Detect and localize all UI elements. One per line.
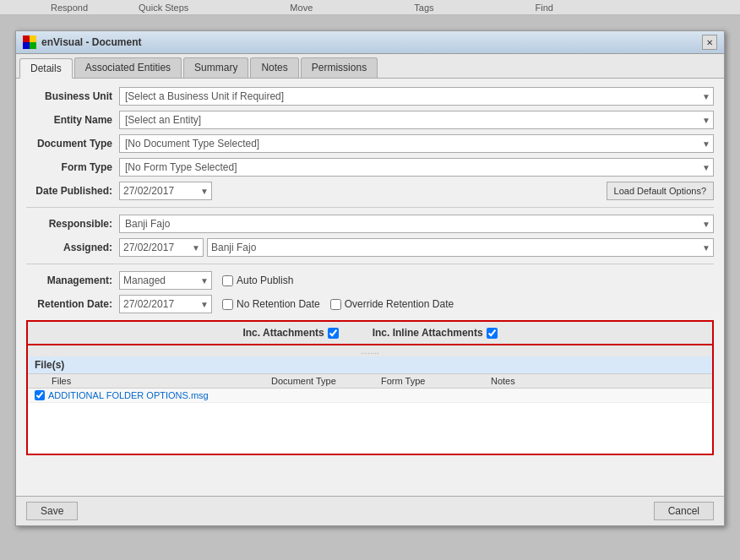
files-section: File(s) Files Document Type Form Type No… <box>26 356 714 455</box>
tab-notes[interactable]: Notes <box>250 57 298 78</box>
tab-bar: Details Associated Entities Summary Note… <box>16 54 724 79</box>
management-select[interactable]: Managed <box>119 271 212 290</box>
tab-permissions[interactable]: Permissions <box>301 57 378 78</box>
business-unit-row: Business Unit [Select a Business Unit if… <box>26 87 714 106</box>
assigned-person-select[interactable]: Banji Fajo <box>207 238 714 257</box>
auto-publish-checkbox[interactable] <box>222 275 233 286</box>
business-unit-dropdown[interactable]: [Select a Business Unit if Required] <box>119 87 714 106</box>
tab-summary[interactable]: Summary <box>183 57 248 78</box>
table-row: ADDITIONAL FOLDER OPTIONS.msg <box>28 389 712 403</box>
files-label: File(s) <box>35 359 64 371</box>
toolbar-move: Move <box>290 3 313 13</box>
save-button[interactable]: Save <box>26 502 78 520</box>
override-retention-checkbox[interactable] <box>330 299 341 310</box>
app-icon <box>23 35 36 49</box>
assigned-label: Assigned: <box>26 242 119 253</box>
form-type-select[interactable]: [No Form Type Selected] ▼ <box>119 158 714 177</box>
file-name: ADDITIONAL FOLDER OPTIONS.msg <box>48 390 209 400</box>
files-header: File(s) <box>28 356 712 374</box>
responsible-row: Responsible: Banji Fajo ▼ <box>26 215 714 233</box>
load-default-button[interactable]: Load Default Options? <box>607 182 714 200</box>
close-button[interactable]: ✕ <box>702 35 717 50</box>
divider-2 <box>26 264 714 264</box>
toolbar-tags: Tags <box>414 3 433 13</box>
date-published-label: Date Published: <box>26 185 119 197</box>
retention-date-select[interactable]: 27/02/2017 <box>119 295 212 313</box>
tab-associated[interactable]: Associated Entities <box>74 57 182 78</box>
toolbar-quick-steps: Quick Steps <box>139 3 188 13</box>
entity-name-label: Entity Name <box>26 114 119 126</box>
form-type-dropdown[interactable]: [No Form Type Selected] <box>119 158 714 177</box>
retention-date-row: Retention Date: 27/02/2017 ▼ No Retentio… <box>26 295 714 313</box>
no-retention-text: No Retention Date <box>237 298 320 310</box>
form-type-label: Form Type <box>26 161 119 173</box>
responsible-label: Responsible: <box>26 218 119 230</box>
inc-inline-text: Inc. Inline Attachments <box>373 327 483 339</box>
auto-publish-label: Auto Publish <box>237 275 293 286</box>
col-notes: Notes <box>491 376 705 386</box>
col-form-type: Form Type <box>381 376 491 386</box>
window-title: enVisual - Document <box>41 36 141 48</box>
cancel-button[interactable]: Cancel <box>654 502 714 520</box>
inc-attachments-label[interactable]: Inc. Attachments <box>242 327 338 339</box>
titlebar: enVisual - Document ✕ <box>16 31 724 54</box>
date-published-select[interactable]: 27/02/2017 <box>119 182 212 200</box>
col-document-type: Document Type <box>271 376 381 386</box>
inc-inline-checkbox[interactable] <box>487 328 498 339</box>
auto-publish-checkbox-label[interactable]: Auto Publish <box>222 275 293 286</box>
document-type-select[interactable]: [No Document Type Selected] ▼ <box>119 134 714 153</box>
inc-attachments-text: Inc. Attachments <box>242 327 324 339</box>
svg-rect-3 <box>30 42 36 49</box>
footer-bar: Save Cancel <box>16 496 724 525</box>
col-files: Files <box>35 376 271 386</box>
no-retention-label[interactable]: No Retention Date <box>222 298 320 310</box>
attachments-bar: Inc. Attachments Inc. Inline Attachments <box>26 320 714 345</box>
toolbar-find: Find <box>536 3 553 13</box>
inc-attachments-checkbox[interactable] <box>328 328 339 339</box>
override-retention-label[interactable]: Override Retention Date <box>330 298 454 310</box>
assigned-date-select[interactable]: 27/02/2017 <box>119 238 204 257</box>
toolbar-respond: Respond <box>51 3 88 13</box>
date-published-row: Date Published: 27/02/2017 ▼ Load Defaul… <box>26 182 714 200</box>
inc-inline-label[interactable]: Inc. Inline Attachments <box>373 327 498 339</box>
svg-rect-2 <box>23 42 30 49</box>
divider-1 <box>26 207 714 208</box>
retention-date-label: Retention Date: <box>26 298 119 310</box>
management-label: Management: <box>26 275 119 286</box>
document-type-label: Document Type <box>26 138 119 150</box>
files-columns: Files Document Type Form Type Notes <box>28 374 712 389</box>
document-type-dropdown[interactable]: [No Document Type Selected] <box>119 134 714 153</box>
drag-handle: ........ <box>26 345 714 356</box>
svg-rect-1 <box>30 35 36 42</box>
business-unit-label: Business Unit <box>26 90 119 102</box>
tab-details[interactable]: Details <box>19 58 73 79</box>
responsible-dropdown[interactable]: Banji Fajo <box>119 215 714 233</box>
document-type-row: Document Type [No Document Type Selected… <box>26 134 714 153</box>
svg-rect-0 <box>23 35 30 42</box>
assigned-row: Assigned: 27/02/2017 ▼ Banji Fajo <box>26 238 714 257</box>
entity-name-row: Entity Name [Select an Entity] ▼ <box>26 111 714 129</box>
no-retention-checkbox[interactable] <box>222 299 233 310</box>
override-retention-text: Override Retention Date <box>345 298 454 310</box>
bottom-spacer <box>16 464 724 489</box>
file-name-cell: ADDITIONAL FOLDER OPTIONS.msg <box>35 390 271 400</box>
file-checkbox[interactable] <box>35 390 45 400</box>
responsible-select[interactable]: Banji Fajo ▼ <box>119 215 714 233</box>
entity-name-select[interactable]: [Select an Entity] ▼ <box>119 111 714 129</box>
empty-space <box>28 403 712 454</box>
business-unit-select[interactable]: [Select a Business Unit if Required] ▼ <box>119 87 714 106</box>
form-type-row: Form Type [No Form Type Selected] ▼ <box>26 158 714 177</box>
management-row: Management: Managed ▼ Auto Publish <box>26 271 714 290</box>
entity-name-dropdown[interactable]: [Select an Entity] <box>119 111 714 129</box>
